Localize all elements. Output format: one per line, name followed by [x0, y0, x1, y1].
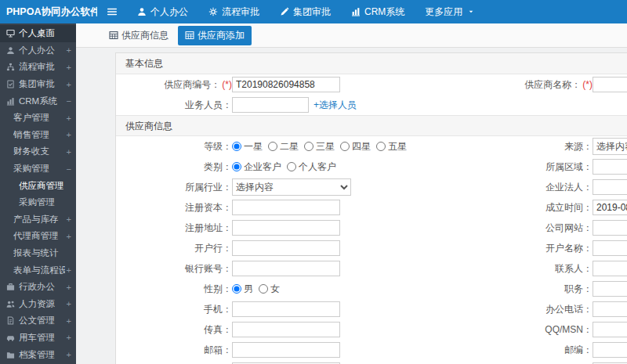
category-radio-0[interactable]	[232, 162, 241, 171]
sidebar-item-crm-system[interactable]: CRM系统−	[0, 92, 76, 110]
fax-input[interactable]	[232, 322, 340, 337]
nav-item-personal-office[interactable]: 个人办公	[127, 0, 198, 23]
gender-radio-1[interactable]	[259, 284, 268, 294]
gender-option-0[interactable]: 男	[232, 283, 253, 296]
expand-toggle-icon[interactable]: +	[65, 299, 71, 308]
sidebar-item-purchasing-mgmt[interactable]: 采购管理−	[0, 160, 76, 178]
level-option-2[interactable]: 三星	[304, 140, 335, 153]
expand-toggle-icon[interactable]: +	[65, 80, 71, 89]
supplier-name-input[interactable]	[593, 77, 627, 92]
level-radio-1[interactable]	[268, 142, 277, 151]
expand-toggle-icon[interactable]: +	[65, 147, 71, 157]
mobile-field-wrap	[232, 301, 340, 317]
expand-toggle-icon[interactable]: +	[65, 350, 71, 359]
sidebar-item-doc-mgmt[interactable]: 公文管理+	[0, 312, 76, 330]
gender-option-1[interactable]: 女	[259, 283, 280, 296]
expand-toggle-icon[interactable]: +	[65, 283, 71, 292]
sidebar-item-hr[interactable]: 人力资源+	[0, 296, 76, 313]
level-option-4[interactable]: 五星	[376, 140, 407, 153]
sidebar-item-product-inventory[interactable]: 产品与库存+	[0, 211, 76, 229]
bank-account-input[interactable]	[232, 261, 340, 276]
sidebar-item-agent-mgmt[interactable]: 代理商管理+	[0, 228, 76, 245]
expand-toggle-icon[interactable]: −	[65, 96, 71, 106]
level-option-0[interactable]: 一星	[232, 140, 263, 153]
expand-toggle-icon[interactable]: +	[65, 232, 71, 241]
tab-supplier-info[interactable]: 供应商信息	[102, 26, 176, 45]
sidebar-item-personal-desktop[interactable]: 个人桌面	[0, 25, 76, 42]
tab-supplier-add[interactable]: 供应商添加	[178, 26, 252, 45]
nav-item-crm-system[interactable]: CRM系统	[341, 0, 415, 23]
level-radio-0[interactable]	[232, 142, 241, 151]
level-radio-4[interactable]	[376, 142, 386, 151]
sidebar-item-vehicle-mgmt[interactable]: 用车管理+	[0, 330, 76, 347]
sidebar-item-procurement[interactable]: 采购管理	[0, 194, 76, 211]
mobile-input[interactable]	[232, 301, 340, 317]
legal-person-input[interactable]	[593, 179, 627, 195]
registered-capital-input[interactable]	[232, 200, 340, 215]
nav-item-label: CRM系统	[364, 5, 404, 19]
sidebar-item-label: 用车管理	[19, 332, 55, 344]
expand-toggle-icon[interactable]: −	[65, 164, 71, 174]
sidebar-item-finance[interactable]: 财务收支+	[0, 143, 76, 160]
nav-item-process-approval[interactable]: 流程审批	[198, 0, 270, 23]
tab-label: 供应商信息	[121, 29, 169, 42]
nav-item-group-approval[interactable]: 集团审批	[270, 0, 341, 23]
fax-field-wrap	[232, 322, 340, 337]
website-input[interactable]	[593, 220, 627, 236]
sidebar-item-form-flow-settings[interactable]: 表单与流程设置+	[0, 261, 76, 279]
contact-input[interactable]	[593, 261, 627, 276]
sidebar-item-label: 集团审批	[19, 78, 55, 90]
supplier-no-field	[232, 77, 483, 92]
sidebar-item-customer-mgmt[interactable]: 客户管理+	[0, 110, 76, 127]
gender-radio-0[interactable]	[232, 284, 241, 294]
expand-toggle-icon[interactable]: +	[65, 130, 71, 139]
registered-capital-field-wrap	[232, 200, 340, 215]
sales-person-input[interactable]	[232, 97, 309, 113]
sidebar-item-admin-office[interactable]: 行政办公+	[0, 279, 76, 296]
expand-toggle-icon[interactable]: +	[65, 333, 71, 342]
sidebar-item-personal-office[interactable]: 个人办公+	[0, 42, 76, 59]
level-radio-3[interactable]	[340, 142, 350, 151]
expand-toggle-icon[interactable]: +	[65, 316, 71, 326]
bank-input[interactable]	[232, 240, 340, 256]
level-option-3[interactable]: 四星	[340, 140, 371, 153]
category-option-0[interactable]: 企业客户	[232, 160, 281, 174]
expand-toggle-icon[interactable]: +	[65, 45, 71, 55]
form-row-registered-capital: 注册资本：成立时间：	[116, 197, 627, 218]
sidebar-item-group-approval[interactable]: 集团审批+	[0, 76, 76, 93]
select-person-link[interactable]: +选择人员	[314, 99, 357, 112]
level-option-1[interactable]: 二星	[268, 140, 299, 153]
nav-item-more-apps[interactable]: 更多应用	[415, 0, 484, 23]
zipcode-input[interactable]	[593, 342, 627, 358]
supplier-no-input[interactable]	[232, 77, 340, 92]
region-input[interactable]	[593, 159, 627, 175]
established-date-input[interactable]	[593, 200, 627, 215]
position-input[interactable]	[593, 281, 627, 297]
qq-msn-input[interactable]	[593, 322, 627, 337]
account-name-input[interactable]	[593, 240, 627, 256]
level-radio-2[interactable]	[304, 142, 314, 151]
sidebar-item-sales-mgmt[interactable]: 销售管理+	[0, 127, 76, 144]
sidebar-item-archive-mgmt[interactable]: 档案管理+	[0, 346, 76, 363]
expand-toggle-icon[interactable]: +	[65, 63, 71, 72]
menu-toggle-button[interactable]	[97, 6, 127, 17]
expand-toggle-icon[interactable]: +	[65, 114, 71, 123]
expand-toggle-icon[interactable]: +	[65, 265, 71, 275]
main-content: 供应商信息供应商添加 基本信息供应商编号：(*)供应商名称：(*)业务人员：+选…	[76, 23, 627, 364]
office-phone-input[interactable]	[593, 301, 627, 317]
industry-select[interactable]: 选择内容	[232, 178, 351, 196]
sidebar-item-reports-stats[interactable]: 报表与统计	[0, 245, 76, 262]
sidebar-item-label: 行政办公	[19, 281, 55, 293]
registered-address-input[interactable]	[232, 220, 340, 236]
sidebar-item-supplier-mgmt[interactable]: 供应商管理	[0, 177, 76, 194]
category-option-1[interactable]: 个人客户	[287, 160, 336, 174]
source-select[interactable]: 选择内容	[593, 138, 627, 155]
sidebar-item-label: 档案管理	[19, 349, 55, 361]
email-input[interactable]	[232, 342, 340, 358]
tab-bar: 供应商信息供应商添加	[76, 23, 627, 48]
supplier-name-field-wrap	[593, 77, 627, 92]
sidebar-item-process-approval[interactable]: 流程审批+	[0, 59, 76, 76]
category-radio-1[interactable]	[287, 162, 296, 171]
tab-label: 供应商添加	[198, 29, 245, 42]
expand-toggle-icon[interactable]: +	[65, 214, 71, 224]
